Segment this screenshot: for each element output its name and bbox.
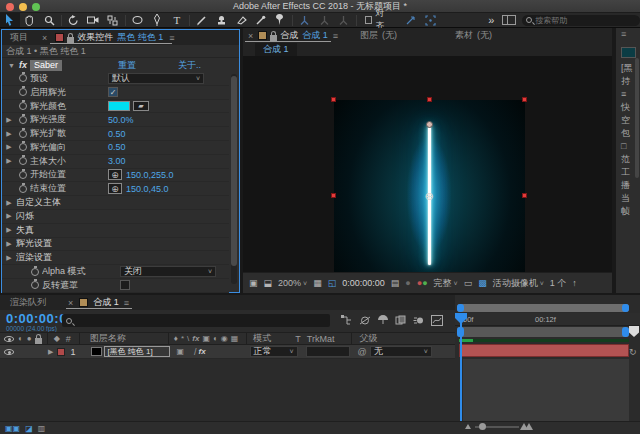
selection-tool-icon[interactable] (0, 13, 20, 27)
comp-lock-icon[interactable] (270, 35, 277, 41)
layer-anchor-point[interactable]: ⊕ (423, 190, 435, 202)
timeline-track-area[interactable]: 00f 00:12f ↻ (455, 295, 640, 434)
channels-icon[interactable]: ●● (417, 278, 428, 288)
comp-button-icon[interactable]: ↻ (629, 347, 637, 357)
param-row-9[interactable]: ▶自定义主体 (2, 196, 229, 210)
param-row-0[interactable]: 预设默认˅ (2, 72, 229, 86)
param-row-6[interactable]: ▶主体大小3.00 (2, 155, 229, 169)
selection-handle[interactable] (427, 97, 432, 102)
navigator-right-handle[interactable] (622, 304, 629, 312)
snap-arrow-icon[interactable] (401, 13, 421, 27)
param-row-12[interactable]: ▶辉光设置 (2, 238, 229, 252)
effect-panel-scrollbar[interactable] (231, 74, 237, 284)
param-row-2[interactable]: 辉光颜色▰ (2, 100, 229, 114)
param-row-14[interactable]: Alpha 模式关闭˅ (2, 265, 229, 279)
zoom-slider-track[interactable] (475, 426, 519, 428)
layer-fx-icon[interactable]: fx (198, 347, 205, 356)
zoom-slider-thumb[interactable] (479, 423, 486, 430)
resolution-value[interactable]: 完整 (434, 277, 452, 290)
reset-effect-button[interactable]: 重置 (118, 59, 136, 72)
param-value[interactable]: 0.50 (108, 142, 126, 152)
timeline-search-field[interactable] (62, 314, 330, 327)
param-expand-icon[interactable]: ▶ (2, 240, 16, 248)
layer-duration-bar[interactable] (459, 344, 629, 357)
always-preview-icon[interactable]: ▣ (249, 278, 258, 288)
camera-tool-icon[interactable] (83, 13, 103, 27)
tab-footage[interactable]: 素材 (455, 29, 473, 42)
expand-inout-panes-icon[interactable]: ▥ (38, 424, 46, 433)
layer-name-column[interactable]: 图层名称 (90, 332, 126, 345)
lock-icon[interactable] (67, 37, 74, 43)
param-expand-icon[interactable]: ▶ (2, 254, 16, 262)
puppet-pin-tool-icon[interactable] (270, 13, 290, 27)
time-ruler[interactable]: 00f 00:12f (455, 313, 640, 326)
region-of-interest-icon[interactable]: ▭ (464, 278, 473, 288)
layer-quality-icon[interactable]: ▣ (176, 347, 184, 356)
minimize-window-button[interactable] (19, 3, 27, 11)
beam-start-handle[interactable] (426, 121, 433, 128)
expand-layer-switches-icon[interactable]: ▣▣ (5, 424, 20, 433)
stopwatch-icon[interactable] (28, 281, 42, 289)
parent-dropdown[interactable]: 无˅ (370, 346, 432, 357)
camera-view-value[interactable]: 活动摄像机 (493, 277, 538, 290)
param-expand-icon[interactable]: ▶ (2, 226, 16, 234)
layer-visibility-icon[interactable] (4, 349, 14, 355)
param-row-10[interactable]: ▶闪烁 (2, 210, 229, 224)
close-timeline-tab-icon[interactable]: × (68, 298, 73, 308)
playhead-line[interactable] (460, 313, 462, 421)
param-dropdown[interactable]: 默认˅ (108, 73, 204, 84)
draft-3d-icon[interactable] (356, 314, 374, 327)
panel-menu-icon[interactable]: ≡ (169, 33, 174, 43)
orbit-camera-tool-icon[interactable] (295, 13, 315, 27)
rotation-tool-icon[interactable] (64, 13, 84, 27)
stopwatch-icon[interactable] (16, 88, 30, 96)
strip-scrollbar[interactable] (635, 58, 639, 178)
trkmat-column[interactable]: TrkMat (307, 334, 335, 344)
parent-column[interactable]: 父级 (360, 332, 378, 345)
param-row-7[interactable]: 开始位置⊕150.0,255.0 (2, 169, 229, 183)
close-project-tab-icon[interactable]: × (42, 33, 47, 43)
param-value[interactable]: 3.00 (108, 156, 126, 166)
effect-name[interactable]: Saber (30, 60, 62, 71)
pen-tool-icon[interactable] (147, 13, 167, 27)
param-row-11[interactable]: ▶失真 (2, 224, 229, 238)
param-row-15[interactable]: 反转遮罩 (2, 279, 229, 293)
param-row-3[interactable]: ▶辉光强度50.0% (2, 113, 229, 127)
brush-tool-icon[interactable] (192, 13, 212, 27)
transparency-grid-icon[interactable]: ▩ (478, 278, 487, 288)
comp-panel-menu-icon[interactable]: ≡ (333, 31, 338, 41)
dolly-camera-tool-icon[interactable] (334, 13, 354, 27)
comp-timecode[interactable]: 0:00:00:00 (342, 278, 385, 288)
stopwatch-icon[interactable] (16, 143, 30, 151)
magnification-icon[interactable]: ⬓ (264, 278, 273, 288)
layer-name-field[interactable]: [黑色 纯色 1] (104, 346, 170, 357)
stopwatch-icon[interactable] (16, 157, 30, 165)
param-value[interactable]: 0.50 (108, 129, 126, 139)
hand-tool-icon[interactable] (20, 13, 40, 27)
timeline-menu-icon[interactable]: ≡ (124, 298, 129, 308)
trkmat-dropdown[interactable] (306, 346, 350, 357)
param-expand-icon[interactable]: ▶ (2, 143, 16, 151)
layer-label-chip[interactable] (57, 348, 65, 356)
param-dropdown[interactable]: 关闭˅ (120, 266, 216, 277)
selection-handle[interactable] (331, 97, 336, 102)
eyedropper-icon[interactable]: ▰ (133, 101, 149, 111)
viewer-tab-comp1[interactable]: 合成 1 (255, 43, 297, 56)
snap-checkbox[interactable] (365, 16, 373, 24)
mask-visibility-icon[interactable]: ◱ (328, 278, 337, 288)
shy-layers-icon[interactable] (374, 314, 392, 327)
position-picker-icon[interactable]: ⊕ (108, 169, 122, 180)
param-expand-icon[interactable]: ▶ (2, 130, 16, 138)
stopwatch-icon[interactable] (16, 130, 30, 138)
tab-layer[interactable]: 图层 (360, 29, 378, 42)
navigator-left-handle[interactable] (457, 304, 464, 312)
strip-menu-icon[interactable]: ≡ (616, 28, 640, 41)
pan-camera-tool-icon[interactable] (314, 13, 334, 27)
stopwatch-icon[interactable] (16, 185, 30, 193)
zoom-tool-icon[interactable] (39, 13, 59, 27)
param-expand-icon[interactable]: ▶ (2, 157, 16, 165)
snapshot-icon[interactable]: ▤ (391, 278, 400, 288)
close-window-button[interactable] (6, 3, 14, 11)
param-value[interactable]: 150.0,45.0 (126, 184, 169, 194)
stopwatch-icon[interactable] (28, 268, 42, 276)
